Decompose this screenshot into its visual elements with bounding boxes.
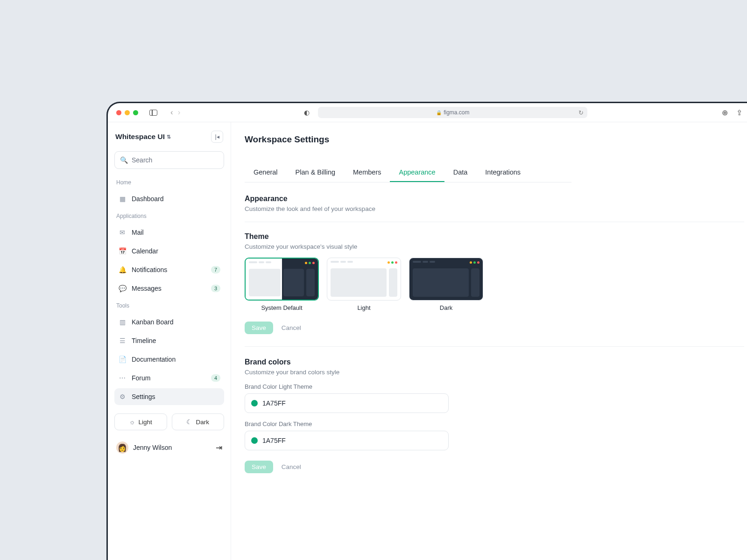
sidebar-item-label: Messages — [132, 285, 162, 292]
tab-general[interactable]: General — [245, 163, 287, 182]
theme-option-label: Light — [327, 304, 401, 311]
theme-cancel-button[interactable]: Cancel — [282, 324, 301, 331]
theme-save-button[interactable]: Save — [245, 322, 273, 334]
search-input[interactable]: 🔍 Search — [114, 151, 224, 169]
sidebar-item-label: Settings — [132, 393, 155, 400]
brand-dark-input[interactable]: 1A75FF — [245, 431, 449, 450]
badge: 4 — [211, 374, 220, 382]
brand-switcher[interactable]: Whitespace UI ⇅ — [115, 133, 171, 141]
theme-option-system[interactable]: System Default — [245, 258, 319, 311]
section-home: Home — [114, 175, 224, 189]
forward-icon[interactable]: › — [178, 108, 181, 117]
badge: 7 — [211, 266, 220, 273]
dashboard-icon: ▦ — [118, 195, 127, 203]
light-mode-button[interactable]: ☼ Light — [114, 413, 167, 430]
brand-save-button[interactable]: Save — [245, 461, 273, 473]
brand-dark-label: Brand Color Dark Theme — [245, 420, 744, 427]
sidebar-item-messages[interactable]: 💬 Messages 3 — [114, 280, 224, 297]
traffic-lights[interactable] — [116, 110, 138, 115]
user-profile[interactable]: 👩 Jenny Wilson ⇥ — [114, 440, 224, 455]
kanban-icon: ▥ — [118, 318, 127, 326]
logout-icon[interactable]: ⇥ — [216, 443, 222, 453]
brand-light-label: Brand Color Light Theme — [245, 383, 744, 390]
sidebar-item-timeline[interactable]: ☰ Timeline — [114, 332, 224, 349]
sidebar-icon[interactable] — [149, 110, 157, 116]
search-placeholder: Search — [132, 156, 152, 164]
url-bar[interactable]: 🔒 figma.com ↻ — [318, 107, 587, 118]
privacy-shield-icon[interactable]: ◐ — [304, 109, 310, 116]
forum-icon: ⋯ — [118, 374, 127, 382]
sidebar-item-label: Documentation — [132, 356, 176, 363]
theme-option-light[interactable]: Light — [327, 258, 401, 311]
collapse-sidebar-button[interactable]: |◂ — [211, 131, 223, 143]
sidebar-item-mail[interactable]: ✉ Mail — [114, 224, 224, 241]
sidebar-item-label: Notifications — [132, 266, 167, 273]
share-icon[interactable]: ⇪ — [736, 108, 742, 117]
sidebar-item-kanban[interactable]: ▥ Kanban Board — [114, 314, 224, 330]
sidebar-item-label: Dashboard — [132, 195, 164, 203]
moon-icon: ☾ — [186, 418, 192, 426]
sidebar-item-documentation[interactable]: 📄 Documentation — [114, 351, 224, 368]
refresh-icon[interactable]: ↻ — [578, 109, 584, 116]
lock-icon: 🔒 — [436, 110, 442, 115]
sidebar-item-forum[interactable]: ⋯ Forum 4 — [114, 370, 224, 386]
main-content: Workspace Settings General Plan & Billin… — [231, 122, 747, 560]
bell-icon: 🔔 — [118, 266, 127, 273]
section-applications: Applications — [114, 209, 224, 222]
divider — [245, 222, 744, 222]
sidebar-item-label: Timeline — [132, 337, 156, 344]
sun-icon: ☼ — [129, 418, 135, 426]
tab-appearance[interactable]: Appearance — [390, 163, 444, 182]
tab-plan-billing[interactable]: Plan & Billing — [287, 163, 344, 182]
sidebar-item-dashboard[interactable]: ▦ Dashboard — [114, 190, 224, 207]
theme-subtitle: Customize your workspace's visual style — [245, 243, 744, 250]
color-value: 1A75FF — [262, 437, 286, 444]
chevron-updown-icon: ⇅ — [167, 134, 171, 140]
messages-icon: 💬 — [118, 285, 127, 292]
theme-option-label: System Default — [245, 304, 319, 311]
brand-cancel-button[interactable]: Cancel — [282, 463, 301, 470]
maximize-window-icon[interactable] — [133, 110, 138, 115]
page-title: Workspace Settings — [245, 134, 744, 145]
back-icon[interactable]: ‹ — [170, 108, 173, 117]
appearance-subtitle: Customize the look and feel of your work… — [245, 205, 744, 212]
minimize-window-icon[interactable] — [125, 110, 130, 115]
download-icon[interactable]: ⊕ — [722, 108, 728, 117]
sidebar: Whitespace UI ⇅ |◂ 🔍 Search Home ▦ Dashb… — [108, 122, 231, 560]
collapse-icon: |◂ — [215, 133, 219, 140]
tab-members[interactable]: Members — [344, 163, 390, 182]
mail-icon: ✉ — [118, 229, 127, 236]
timeline-icon: ☰ — [118, 337, 127, 344]
brand-colors-subtitle: Customize your brand colors style — [245, 369, 744, 376]
color-value: 1A75FF — [262, 399, 286, 407]
theme-option-label: Dark — [409, 304, 483, 311]
gear-icon: ⚙ — [118, 393, 127, 400]
tab-data[interactable]: Data — [444, 163, 477, 182]
brand-name: Whitespace UI — [115, 133, 165, 141]
sidebar-item-calendar[interactable]: 📅 Calendar — [114, 243, 224, 259]
url-host: figma.com — [444, 109, 469, 116]
divider — [245, 346, 744, 347]
theme-preview-light — [327, 258, 401, 301]
close-window-icon[interactable] — [116, 110, 121, 115]
sidebar-item-notifications[interactable]: 🔔 Notifications 7 — [114, 261, 224, 278]
settings-tabs: General Plan & Billing Members Appearanc… — [245, 163, 571, 182]
sidebar-item-label: Forum — [132, 374, 150, 382]
user-name: Jenny Wilson — [133, 444, 172, 451]
color-swatch — [251, 437, 258, 444]
calendar-icon: 📅 — [118, 247, 127, 255]
browser-toolbar: ‹ › ◐ 🔒 figma.com ↻ ⊕ ⇪ · — [108, 103, 747, 122]
color-swatch — [251, 400, 258, 406]
theme-title: Theme — [245, 232, 744, 241]
dark-mode-button[interactable]: ☾ Dark — [172, 413, 225, 430]
theme-options: System Default Light D — [245, 258, 744, 311]
tab-integrations[interactable]: Integrations — [476, 163, 529, 182]
badge: 3 — [211, 285, 220, 292]
theme-preview-system — [245, 258, 319, 301]
sidebar-item-label: Calendar — [132, 247, 158, 255]
brand-colors-title: Brand colors — [245, 358, 744, 366]
theme-preview-dark — [409, 258, 483, 301]
theme-option-dark[interactable]: Dark — [409, 258, 483, 311]
brand-light-input[interactable]: 1A75FF — [245, 393, 449, 413]
sidebar-item-settings[interactable]: ⚙ Settings — [114, 388, 224, 405]
